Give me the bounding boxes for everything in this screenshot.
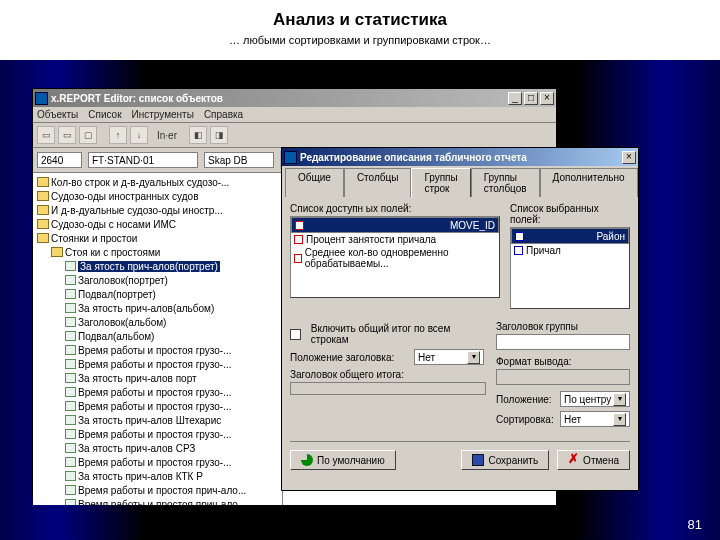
toolbar-icon[interactable]: ▭ [37,126,55,144]
tree-node[interactable]: За ятость прич-алов(альбом) [35,301,280,315]
total-header-label: Заголовок общего итога: [290,369,404,380]
tree-node[interactable]: Кол-во строк и д-в-дуальных судозо-... [35,175,280,189]
save-icon [472,454,484,466]
menu-tools[interactable]: Инструменты [132,109,194,120]
menu-list[interactable]: Список [88,109,121,120]
tree-node[interactable]: Время работы и простоя грузо-... [35,399,280,413]
folder-icon [37,177,49,187]
tab-columns[interactable]: Столбцы [344,168,412,197]
tree-node[interactable]: За ятость прич-алов Штехарис [35,413,280,427]
save-button[interactable]: Сохранить [461,450,549,470]
tree-node[interactable]: Судозо-оды с носами ИМС [35,217,280,231]
report-icon [65,359,76,369]
tree-node[interactable]: Судозо-оды иностранных судов [35,189,280,203]
addr-field-2[interactable] [88,152,198,168]
tab-col-groups[interactable]: Группы столбцов [471,168,540,197]
toolbar-down-icon[interactable]: ↓ [130,126,148,144]
tree-label: Заголовок(альбом) [78,317,166,328]
report-icon [65,373,76,383]
sort-select[interactable]: Нет▾ [560,411,630,427]
list-item[interactable]: Район [511,228,629,244]
slide-title: Анализ и статистика [0,0,720,34]
minimize-button[interactable]: _ [508,92,522,105]
tree-node[interactable]: За ятость прич-алов порт [35,371,280,385]
tree-node[interactable]: За ятость прич-алов СРЗ [35,441,280,455]
format-label: Формат вывода: [496,356,630,367]
tree-node[interactable]: Заголовок(альбом) [35,315,280,329]
tree-node[interactable]: Время работы и простоя прич-ало... [35,497,280,505]
tree-node[interactable]: За ятость прич-алов(портрет) [35,259,280,273]
tree-node[interactable]: За ятость прич-алов КТК Р [35,469,280,483]
tree-node[interactable]: Стоя ки с простоями [35,245,280,259]
folder-icon [37,191,49,201]
toolbar-up-icon[interactable]: ↑ [109,126,127,144]
maximize-button[interactable]: □ [524,92,538,105]
tree-label: Время работы и простоя грузо-... [78,345,232,356]
header-pos-select[interactable]: Нет▾ [414,349,484,365]
chevron-down-icon: ▾ [467,351,480,364]
tree-view[interactable]: Кол-во строк и д-в-дуальных судозо-...Су… [33,173,283,505]
tree-label: Подвал(альбом) [78,331,154,342]
menu-help[interactable]: Справка [204,109,243,120]
tree-node[interactable]: Время работы и простоя грузо-... [35,343,280,357]
tree-label: За ятость прич-алов(альбом) [78,303,214,314]
report-icon [65,275,76,285]
totals-checkbox-row[interactable]: Включить общий итог по всем строкам [290,323,486,345]
list-item[interactable]: Среднее кол-во одновременно обрабатываем… [291,246,499,270]
tab-general[interactable]: Общие [285,168,344,197]
report-icon [65,499,76,505]
tree-label: Судозо-оды с носами ИМС [51,219,176,230]
addr-field-3[interactable] [204,152,274,168]
toolbar-icon[interactable]: ▭ [58,126,76,144]
tree-node[interactable]: Подвал(альбом) [35,329,280,343]
tree-node[interactable]: И д-в-дуальные судозо-оды иностр... [35,203,280,217]
tree-label: За ятость прич-алов КТК Р [78,471,203,482]
tree-node[interactable]: Время работы и простоя грузо-... [35,455,280,469]
group-header-input[interactable] [496,334,630,350]
header-pos-label: Положение заголовка: [290,352,408,363]
dialog-titlebar[interactable]: Редактирование описания табличного отчет… [282,148,638,166]
total-header-input[interactable] [290,382,486,395]
tree-node[interactable]: Время работы и простоя грузо-... [35,357,280,371]
dialog-close-button[interactable]: × [622,151,636,164]
format-input[interactable] [496,369,630,385]
toolbar-icon[interactable]: ▢ [79,126,97,144]
report-icon [65,289,76,299]
tree-node[interactable]: Стоянки и простои [35,231,280,245]
tab-row-groups[interactable]: Группы строк [411,168,470,197]
tree-node[interactable]: Время работы и простоя грузо-... [35,427,280,441]
tree-node[interactable]: Время работы и простоя прич-ало... [35,483,280,497]
cancel-button[interactable]: ✗Отмена [557,450,630,470]
list-item[interactable]: Процент занятости причала [291,233,499,246]
default-button[interactable]: По умолчанию [290,450,396,470]
tab-additional[interactable]: Дополнительно [540,168,638,197]
available-fields-list[interactable]: MOVE_ID Процент занятости причала Средне… [290,216,500,298]
menu-objects[interactable]: Объекты [37,109,78,120]
toolbar-label: In·er [157,130,177,141]
report-icon [65,429,76,439]
main-window-title: x.REPORT Editor: список объектов [51,93,506,104]
align-select[interactable]: По центру▾ [560,391,630,407]
tree-node[interactable]: Заголовок(портрет) [35,273,280,287]
toolbar: ▭ ▭ ▢ ↑ ↓ In·er ◧ ◨ [33,123,556,148]
tree-label: Время работы и простоя прич-ало... [78,485,246,496]
tree-label: За ятость прич-алов Штехарис [78,415,221,426]
dialog-body: Список доступн ых полей: MOVE_ID Процент… [282,197,638,478]
tree-label: Подвал(портрет) [78,289,156,300]
folder-icon [37,233,49,243]
tree-node[interactable]: Подвал(портрет) [35,287,280,301]
tree-label: Стоянки и простои [51,233,137,244]
addr-field-1[interactable] [37,152,82,168]
list-item[interactable]: Причал [511,244,629,257]
report-icon [65,485,76,495]
tree-node[interactable]: Время работы и простоя грузо-... [35,385,280,399]
selected-fields-list[interactable]: Район Причал [510,227,630,309]
toolbar-icon[interactable]: ◨ [210,126,228,144]
list-item[interactable]: MOVE_ID [291,217,499,233]
checkbox-icon[interactable] [290,329,301,340]
toolbar-icon[interactable]: ◧ [189,126,207,144]
group-header-label: Заголовок группы [496,321,630,332]
app-icon [35,92,48,105]
close-button[interactable]: × [540,92,554,105]
main-titlebar[interactable]: x.REPORT Editor: список объектов _ □ × [33,89,556,107]
